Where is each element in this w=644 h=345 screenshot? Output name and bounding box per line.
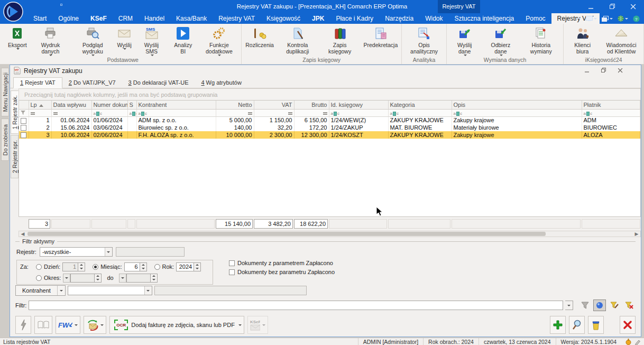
paid-with-checkbox[interactable]: Dokumenty z parametrem Zapłacono — [229, 260, 335, 266]
filter-cell[interactable] — [127, 109, 136, 116]
presentation-icon[interactable] — [586, 16, 597, 21]
mdi-restore-icon[interactable] — [601, 68, 606, 74]
select-all-header[interactable] — [19, 101, 29, 109]
chevron-down-icon[interactable] — [57, 286, 65, 295]
filter-cell[interactable] — [216, 109, 254, 116]
menu-tab-ksef[interactable]: KSeF — [85, 13, 113, 24]
col-lp[interactable]: Lp — [29, 101, 51, 109]
menu-tab-narzedzia[interactable]: Narzędzia — [379, 13, 419, 24]
filter-cell[interactable] — [329, 109, 388, 116]
dzien-spinner[interactable]: 1 — [62, 262, 85, 271]
wyslij-sms-button[interactable]: SMS Wyślij SMS — [135, 25, 168, 56]
comarch-logo-icon[interactable] — [3, 2, 23, 22]
tab-rejestr-vat[interactable]: 1Rejestr VAT — [13, 77, 62, 88]
menu-tab-place-kadry[interactable]: Płace i Kadry — [330, 13, 379, 24]
side-tab-rejestr-spr[interactable]: 2 Rejestr spr. — [11, 135, 19, 178]
collapse-ribbon-icon[interactable] — [576, 17, 581, 20]
row-checkbox[interactable] — [21, 118, 26, 124]
wydruk-danych-button[interactable]: Wydruk danych — [30, 25, 72, 56]
menu-tab-handel[interactable]: Handel — [139, 13, 170, 24]
tab-do-deklaracji-vat-ue[interactable]: 3Do deklaracji VAT-UE — [122, 78, 195, 88]
col-netto[interactable]: Netto — [216, 101, 254, 109]
filter-clear-button[interactable] — [623, 299, 636, 311]
horizontal-scrollbar[interactable]: ◀ ▶ — [19, 231, 641, 237]
menu-tab-start[interactable]: Start — [27, 13, 52, 24]
col-data-wplywu[interactable]: Data wpływu — [51, 101, 91, 109]
view-button[interactable] — [569, 316, 585, 334]
col-brutto[interactable]: Brutto — [294, 101, 329, 109]
delete-button[interactable] — [588, 316, 604, 334]
okres-radio[interactable] — [36, 275, 42, 281]
miesiac-spinner[interactable]: 6 — [124, 262, 147, 271]
kontrahent-button[interactable]: Kontrahent — [15, 285, 66, 296]
filter-cell[interactable] — [51, 109, 91, 116]
chevron-down-icon[interactable] — [105, 248, 112, 256]
col-kontrahent[interactable]: Kontrahent — [136, 101, 216, 109]
wyslij-button[interactable]: Wyślij — [114, 25, 135, 50]
close-window-button[interactable] — [620, 316, 636, 334]
filter-funnel-icon[interactable] — [19, 109, 29, 116]
rejestr-combo[interactable]: -wszystkie- — [40, 247, 113, 257]
col-s[interactable]: S — [127, 101, 136, 109]
table-row[interactable]: 2 15.06.2024 03/06/2024 Biurowiec sp. z … — [19, 124, 640, 131]
opis-analityczny-button[interactable]: Opis analityczny — [403, 25, 445, 55]
miesiac-radio[interactable] — [93, 264, 98, 270]
scroll-left-icon[interactable]: ◀ — [19, 231, 26, 237]
col-kategoria[interactable]: Kategoria — [388, 101, 452, 109]
mdi-minimize-icon[interactable] — [585, 68, 590, 74]
predekretacja-button[interactable]: Predekretacja — [361, 25, 401, 48]
nav-strip-do-zrobienia[interactable]: Do zrobienia — [1, 119, 9, 161]
menu-tab-widok[interactable]: Widok — [419, 13, 448, 24]
nav-strip-menu-nawigacji[interactable]: Menu Nawigacji — [1, 68, 9, 116]
groupby-bar[interactable]: Przeciągnij tutaj nagłówek kolumny, jeśl… — [19, 88, 641, 100]
restore-icon[interactable] — [602, 0, 623, 13]
col-vat[interactable]: VAT — [254, 101, 294, 109]
filter-cell[interactable] — [91, 109, 127, 116]
filtr-input[interactable] — [29, 301, 563, 310]
rok-radio[interactable] — [154, 264, 160, 270]
scroll-right-icon[interactable]: ▶ — [633, 231, 640, 237]
eksport-button[interactable]: Eksport — [5, 25, 30, 50]
menu-tab-jpk[interactable]: JPK — [306, 13, 330, 24]
filter-cell[interactable] — [582, 109, 640, 116]
menu-tab-pomoc[interactable]: Pomoc — [520, 13, 551, 24]
close-icon[interactable] — [623, 0, 644, 13]
renumber-dropdown[interactable] — [98, 316, 106, 334]
wyslij-dane-button[interactable]: Wyślij dane — [448, 25, 481, 56]
qf-button[interactable] — [15, 316, 31, 334]
ksef-dropdown[interactable] — [260, 316, 268, 334]
zapis-ksiegowy-button[interactable]: Zapis księgowy — [319, 25, 361, 55]
add-button[interactable] — [550, 316, 566, 334]
filter-cell[interactable] — [388, 109, 452, 116]
filter-builder-button[interactable] — [593, 299, 606, 311]
chevron-down-icon[interactable] — [565, 301, 573, 310]
klienci-biura-button[interactable]: Klienci biura — [565, 25, 600, 55]
tab-do-vat-jpk-v7[interactable]: 2Do VAT/JPK_V7 — [62, 78, 122, 88]
windows-icon[interactable] — [602, 16, 613, 22]
kontrahent-combo[interactable] — [68, 286, 152, 295]
menu-tab-kasa-bank[interactable]: Kasa/Bank — [170, 13, 213, 24]
minimize-icon[interactable] — [581, 0, 602, 13]
rozliczenia-button[interactable]: Rozliczenia — [243, 25, 277, 48]
tab-wg-atrybutow[interactable]: 4Wg atrybutów — [195, 78, 247, 88]
menu-tab-crm[interactable]: CRM — [113, 13, 139, 24]
filter-cell[interactable] — [294, 109, 329, 116]
filter-cell[interactable] — [254, 109, 294, 116]
menu-tab-ai[interactable]: Sztuczna inteligencja — [449, 13, 520, 24]
table-row-selected[interactable]: 3 10.06.2024 02/06/2024 F.H. ALOZA sp. z… — [19, 131, 640, 139]
row-checkbox[interactable] — [21, 132, 26, 138]
chevron-down-icon[interactable] — [144, 286, 152, 295]
kontrola-duplikacji-button[interactable]: Kontrola duplikacji — [277, 25, 319, 55]
menu-tab-ogolne[interactable]: Ogólne — [52, 13, 85, 24]
book-button[interactable] — [34, 316, 52, 334]
paid-without-checkbox[interactable]: Dokumenty bez parametru Zapłacono — [229, 269, 335, 275]
funkcje-dodatkowe-button[interactable]: Funkcje dodatkowe — [198, 25, 241, 56]
wiadomosci-button[interactable]: Wiadomości od Klientów — [600, 25, 642, 55]
globe-icon[interactable] — [618, 15, 628, 22]
dzien-radio[interactable] — [36, 264, 42, 270]
col-numer-dokumentu[interactable]: Numer dokume... — [91, 101, 127, 109]
podglad-wydruku-button[interactable]: Podgląd wydruku — [71, 25, 114, 56]
menu-tab-rejestry-vat[interactable]: Rejestry VAT — [213, 13, 261, 24]
side-tab-rejestr-zak[interactable]: 1 Rejestr zak. — [11, 90, 19, 134]
col-id-ksiegowy[interactable]: Id. księgowy — [329, 101, 388, 109]
